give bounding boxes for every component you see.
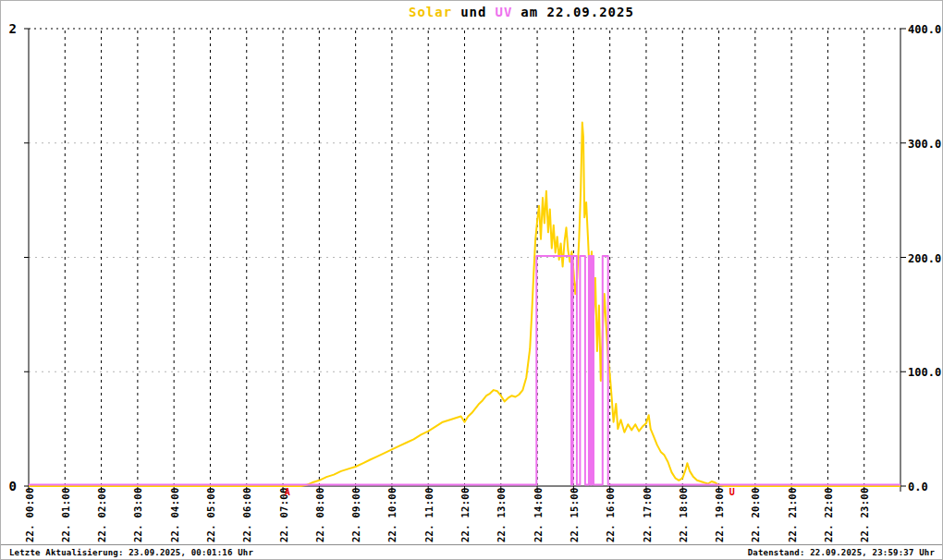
svg-text:22. 23:00: 22. 23:00 [859, 487, 870, 542]
svg-text:22. 15:00: 22. 15:00 [569, 487, 580, 542]
svg-text:A: A [285, 487, 290, 497]
svg-text:200.0: 200.0 [908, 252, 941, 265]
svg-text:22. 19:00: 22. 19:00 [714, 487, 725, 542]
chart-window: SolarundUVam 22.09.2025 400.0300.0200.01… [0, 0, 943, 560]
svg-text:22. 09:00: 22. 09:00 [350, 487, 361, 542]
chart-canvas: 400.0300.0200.0100.00.02022. 00:0022. 01… [1, 1, 942, 559]
svg-text:22. 20:00: 22. 20:00 [750, 487, 761, 542]
svg-text:22. 12:00: 22. 12:00 [459, 487, 471, 542]
status-bar: Letzte Aktualisierung: 23.09.2025, 00:01… [1, 544, 942, 560]
axis-labels: 400.0300.0200.0100.00.02022. 00:0022. 01… [9, 21, 942, 542]
svg-text:22. 21:00: 22. 21:00 [787, 487, 798, 542]
svg-text:0: 0 [9, 479, 17, 493]
svg-text:22. 13:00: 22. 13:00 [496, 487, 507, 542]
last-update-text: Letzte Aktualisierung: 23.09.2025, 00:01… [9, 548, 253, 557]
svg-text:22. 01:00: 22. 01:00 [60, 487, 71, 542]
svg-text:300.0: 300.0 [908, 138, 941, 151]
svg-text:2: 2 [9, 21, 17, 36]
svg-text:22. 02:00: 22. 02:00 [96, 487, 107, 542]
svg-text:22. 08:00: 22. 08:00 [314, 487, 325, 542]
svg-text:0.0: 0.0 [908, 481, 928, 493]
gridlines [29, 29, 900, 485]
svg-text:22. 17:00: 22. 17:00 [642, 487, 653, 542]
svg-text:22. 05:00: 22. 05:00 [205, 487, 216, 542]
svg-text:22. 18:00: 22. 18:00 [678, 487, 689, 542]
data-state-text: Datenstand: 22.09.2025, 23:59:37 Uhr [748, 548, 935, 557]
svg-text:U: U [729, 487, 735, 497]
svg-text:22. 14:00: 22. 14:00 [533, 487, 544, 542]
svg-text:100.0: 100.0 [908, 366, 941, 379]
svg-text:22. 22:00: 22. 22:00 [823, 487, 834, 542]
svg-text:22. 03:00: 22. 03:00 [132, 487, 143, 542]
svg-text:22. 04:00: 22. 04:00 [169, 487, 180, 542]
svg-text:22. 10:00: 22. 10:00 [386, 487, 398, 542]
svg-text:22. 00:00: 22. 00:00 [24, 487, 35, 542]
svg-text:22. 11:00: 22. 11:00 [423, 487, 435, 542]
svg-text:22. 16:00: 22. 16:00 [605, 487, 616, 542]
svg-text:400.0: 400.0 [908, 23, 941, 36]
svg-text:22. 06:00: 22. 06:00 [241, 487, 252, 542]
